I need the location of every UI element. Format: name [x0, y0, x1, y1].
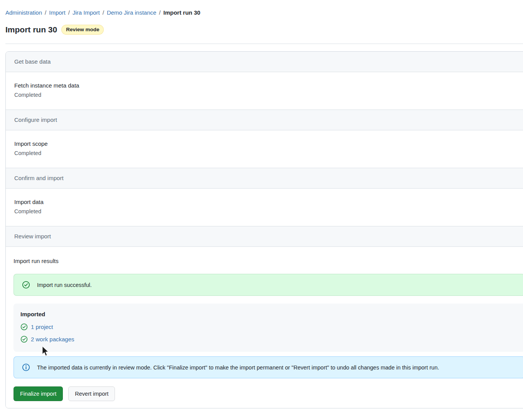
imported-heading: Imported: [20, 311, 518, 317]
revert-import-button[interactable]: Revert import: [68, 386, 115, 401]
success-banner: Import run successful.: [13, 274, 523, 296]
import-run-results-heading: Import run results: [13, 257, 523, 265]
check-circle-icon: [22, 281, 30, 289]
finalize-import-button[interactable]: Finalize import: [13, 386, 63, 401]
breadcrumb-current-import-run: Import run 30: [164, 9, 201, 17]
step-status: Completed: [14, 150, 523, 157]
step-import-data: Import data Completed: [6, 189, 523, 226]
step-import-scope: Import scope Completed: [6, 130, 523, 168]
breadcrumb-import[interactable]: Import: [49, 9, 66, 17]
page-title: Import run 30: [5, 25, 57, 34]
page-header: Import run 30 Review mode: [5, 25, 523, 35]
imported-projects-link[interactable]: 1 project: [31, 323, 53, 331]
breadcrumb-separator: /: [103, 9, 104, 17]
info-banner: The imported data is currently in review…: [13, 356, 523, 378]
breadcrumb-separator: /: [45, 9, 46, 17]
success-banner-message: Import run successful.: [37, 281, 92, 289]
info-icon: [22, 363, 30, 371]
imported-summary-box: Imported 1 project: [13, 304, 523, 352]
imported-work-packages-row[interactable]: 2 work packages: [20, 336, 74, 343]
breadcrumb-separator: /: [159, 9, 160, 17]
imported-projects-row[interactable]: 1 project: [20, 323, 53, 331]
step-status: Completed: [14, 208, 523, 215]
step-title: Import data: [14, 198, 523, 206]
breadcrumb-demo-jira-instance[interactable]: Demo Jira instance: [107, 9, 156, 17]
step-title: Fetch instance meta data: [14, 82, 523, 89]
step-title: Import scope: [14, 140, 523, 147]
step-fetch-instance-meta-data: Fetch instance meta data Completed: [6, 72, 523, 110]
step-status: Completed: [14, 91, 523, 99]
review-import-body: Import run results Import run successful…: [6, 247, 523, 408]
section-header-review-import: Review import: [6, 226, 523, 247]
admin-import-run-page: Administration / Import / Jira Import / …: [0, 0, 523, 420]
section-header-configure-import: Configure import: [6, 110, 523, 130]
check-circle-icon: [20, 323, 28, 331]
section-header-get-base-data: Get base data: [6, 52, 523, 72]
info-banner-message: The imported data is currently in review…: [37, 364, 439, 371]
actions-row: Finalize import Revert import: [13, 386, 523, 401]
breadcrumb-separator: /: [68, 9, 70, 17]
check-circle-icon: [20, 336, 28, 343]
section-header-confirm-and-import: Confirm and import: [6, 168, 523, 189]
header-divider: [5, 44, 523, 44]
breadcrumb: Administration / Import / Jira Import / …: [5, 9, 523, 17]
import-steps-card: Get base data Fetch instance meta data C…: [5, 51, 523, 408]
breadcrumb-jira-import[interactable]: Jira Import: [73, 9, 100, 17]
imported-work-packages-link[interactable]: 2 work packages: [31, 336, 74, 343]
breadcrumb-administration[interactable]: Administration: [5, 9, 42, 17]
review-mode-badge: Review mode: [61, 25, 104, 35]
